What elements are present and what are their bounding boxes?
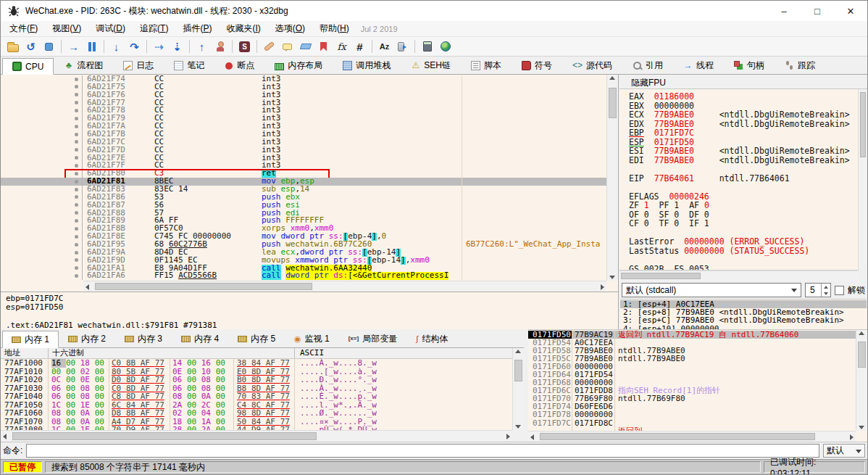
tab-log[interactable]: 日志 (113, 57, 164, 74)
breakpoint-dot-icon[interactable] (75, 195, 78, 199)
stack-vertical-scrollbar[interactable] (856, 330, 867, 431)
stepper-buttons[interactable] (821, 284, 830, 297)
menu-item-F[interactable]: 文件(F) (2, 21, 45, 36)
breakpoint-dot-icon[interactable] (75, 235, 78, 239)
breakpoint-dot-icon[interactable] (75, 156, 78, 160)
scrollbar-thumb[interactable] (95, 283, 312, 290)
breakpoint-dot-icon[interactable] (75, 101, 78, 104)
stack-arg-row[interactable]: 3: [esp+C] 77B9ABE0 <ntdll.DbgUiRemoteBr… (620, 316, 867, 324)
tab-threads[interactable]: →线程 (673, 57, 724, 74)
execute-till-return-icon[interactable]: ↑ (193, 38, 211, 55)
scrollbar-thumb[interactable] (540, 433, 815, 440)
register-line[interactable]: EIP 77B64061 ntdll.77B64061 (629, 174, 858, 183)
registers-vertical-scrollbar[interactable] (858, 89, 867, 270)
dump-tab-mem2[interactable]: 内存 2 (59, 330, 115, 347)
dump-tab-mem3[interactable]: 内存 3 (115, 330, 172, 347)
breakpoint-dot-icon[interactable] (75, 227, 78, 231)
dump-horizontal-scrollbar[interactable] (1, 430, 512, 442)
dump-tab-mem1[interactable]: 内存 1 (2, 331, 59, 348)
tab-script[interactable]: 脚本 (461, 57, 512, 74)
tab-callstack[interactable]: 调用堆栈 (333, 57, 401, 74)
disasm-row[interactable]: 6AD21FA6FF15 ACD5566Bcall dword ptr ds:[… (1, 272, 606, 280)
step-out-icon[interactable]: ⇣ (168, 38, 186, 55)
menu-item-T[interactable]: 追踪(T) (133, 21, 175, 36)
stepper-down-icon[interactable] (824, 292, 828, 295)
dump-tab-watch1[interactable]: ◉监视 1 (285, 330, 339, 347)
tab-memmap[interactable]: 内存布局 (264, 57, 333, 74)
open-file-icon[interactable] (4, 38, 22, 55)
breakpoint-dot-icon[interactable] (75, 117, 78, 120)
close-process-icon[interactable] (40, 38, 58, 55)
breakpoint-dot-icon[interactable] (75, 133, 78, 136)
breakpoint-dot-icon[interactable] (75, 258, 78, 262)
stack-row[interactable]: 0171FD7C0171FD8C (528, 419, 856, 427)
register-line[interactable]: LastStatus 00000000 (STATUS_SUCCESS) (629, 247, 858, 256)
tab-source[interactable]: <>源代码 (562, 57, 622, 74)
step-over-icon[interactable]: ↷ (125, 38, 143, 55)
breakpoint-dot-icon[interactable] (75, 251, 78, 255)
run-to-user-code-icon[interactable] (211, 38, 229, 55)
calculator-icon[interactable] (418, 38, 436, 55)
disasm-horizontal-scrollbar[interactable] (83, 281, 606, 292)
scrollbar-thumb[interactable] (621, 273, 701, 279)
breakpoint-dot-icon[interactable] (75, 243, 78, 247)
breakpoint-dot-icon[interactable] (75, 274, 78, 278)
scrollbar-thumb[interactable] (858, 342, 866, 368)
close-button[interactable]: ✕ (834, 1, 867, 21)
patches-icon[interactable] (260, 38, 278, 55)
restart-icon[interactable]: ↺ (22, 38, 40, 55)
hash-icon[interactable]: # (351, 38, 369, 55)
breakpoint-dot-icon[interactable] (75, 125, 78, 128)
tab-trace[interactable]: 跟踪 (775, 57, 825, 74)
menu-item-V[interactable]: 视图(V) (45, 21, 88, 36)
scrollbar-thumb[interactable] (12, 432, 317, 440)
breakpoint-dot-icon[interactable] (75, 266, 78, 270)
dump-tab-locals[interactable]: [x=]局部变量 (339, 330, 406, 347)
tab-cpu[interactable]: CPU (2, 58, 54, 75)
tab-notes[interactable]: 笔记 (164, 57, 214, 74)
bookmarks-icon[interactable] (314, 38, 333, 55)
globe-icon[interactable] (436, 38, 454, 55)
breakpoint-dot-icon[interactable] (75, 219, 78, 223)
breakpoint-dot-icon[interactable] (75, 188, 78, 191)
menu-item-O[interactable]: 选项(O) (268, 21, 312, 36)
tab-graph[interactable]: ♣流程图 (54, 57, 113, 74)
dump-vertical-scrollbar[interactable] (512, 348, 524, 430)
tab-handles[interactable]: 句柄 (724, 57, 775, 74)
register-line[interactable]: GS 002B FS 0053 (629, 265, 858, 271)
breakpoint-dot-icon[interactable] (75, 180, 78, 183)
functions-icon[interactable]: fx (333, 38, 351, 55)
step-into-icon[interactable]: ↓ (107, 38, 125, 55)
arg-count-stepper[interactable]: 5 (805, 283, 831, 297)
registers-horizontal-scrollbar[interactable] (619, 270, 858, 281)
stack-horizontal-scrollbar[interactable] (528, 431, 856, 442)
breakpoint-dot-icon[interactable] (75, 140, 78, 144)
register-line[interactable]: EDI 77B9ABE0 <ntdll.DbgUiRemoteBreakin> (629, 156, 858, 165)
comments-icon[interactable] (278, 38, 296, 55)
run-icon[interactable]: → (64, 38, 83, 55)
breakpoint-dot-icon[interactable] (75, 109, 78, 112)
disasm-vertical-scrollbar[interactable] (606, 75, 618, 281)
breakpoint-dot-icon[interactable] (75, 78, 78, 81)
scrollbar-thumb[interactable] (609, 88, 617, 118)
tab-breakpoints[interactable]: 断点 (214, 57, 264, 74)
run-to-selection-icon[interactable]: ⇢ (150, 38, 168, 55)
pause-icon[interactable] (83, 38, 101, 55)
menu-item-H[interactable]: 帮助(H) (312, 21, 356, 36)
breakpoint-dot-icon[interactable] (75, 172, 78, 175)
scrollbar-thumb[interactable] (860, 92, 866, 157)
breakpoint-dot-icon[interactable] (75, 85, 78, 88)
strings-icon[interactable]: Az (375, 38, 393, 55)
menu-item-D[interactable]: 调试(D) (88, 21, 133, 36)
breakpoint-dot-icon[interactable] (75, 93, 78, 96)
breakpoint-dot-icon[interactable] (75, 148, 78, 152)
source-device-icon[interactable] (393, 38, 412, 55)
minimize-button[interactable]: – (767, 1, 801, 21)
calling-convention-select[interactable]: 默认 (stdcall) (622, 283, 801, 297)
tab-references[interactable]: 引用 (622, 57, 673, 74)
tab-symbols[interactable]: 符号 (512, 57, 562, 74)
tab-seh[interactable]: ⚠SEH链 (401, 57, 461, 74)
unlock-checkbox[interactable] (835, 286, 844, 295)
scylla-icon[interactable]: S (235, 38, 254, 55)
breakpoint-dot-icon[interactable] (75, 164, 78, 168)
